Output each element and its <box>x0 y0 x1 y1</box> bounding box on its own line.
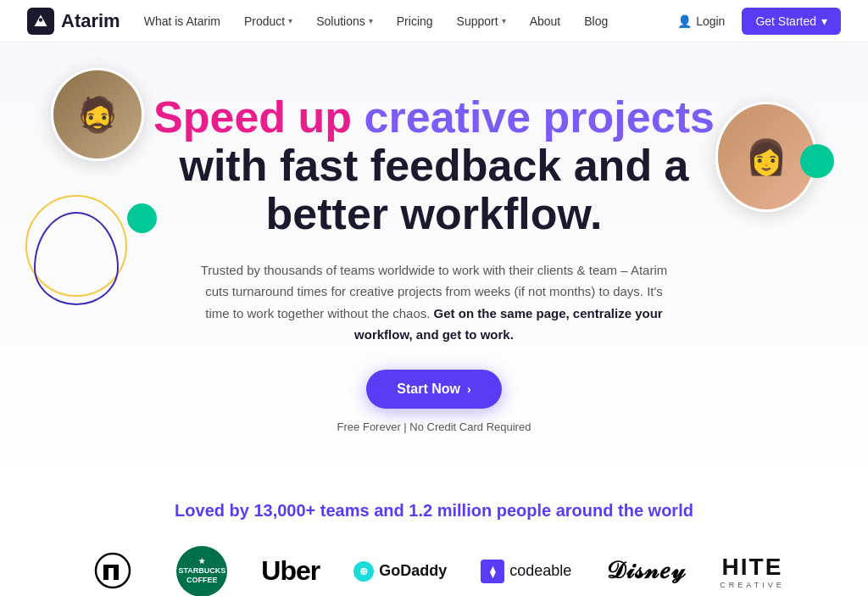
starbucks-badge: ★STARBUCKSCOFFEE <box>176 546 227 596</box>
hero-title-speed: Speed <box>153 92 298 142</box>
logos-row: ★STARBUCKSCOFFEE Uber ⊕ GoDaddy ⧫ codeab… <box>34 546 834 596</box>
logo-playstation <box>83 548 142 594</box>
logos-title: Loved by 13,000+ teams and 1.2 million p… <box>34 501 834 521</box>
nav-item-product[interactable]: Product ▾ <box>244 14 292 28</box>
arrow-icon: › <box>467 382 471 396</box>
codeable-icon: ⧫ <box>481 560 504 583</box>
avatar-right: 👩 <box>715 102 817 212</box>
logo-starbucks: ★STARBUCKSCOFFEE <box>176 546 227 596</box>
circle-decoration <box>25 195 127 297</box>
nav-item-what-is-atarim[interactable]: What is Atarim <box>144 14 220 28</box>
codeable-text: codeable <box>509 562 571 580</box>
nav-right: 👤 Login Get Started ▾ <box>677 8 841 35</box>
hite-sub-text: CREATIVE <box>720 581 784 589</box>
avatar-right-image: 👩 <box>718 104 815 209</box>
nav-item-blog[interactable]: Blog <box>584 14 608 28</box>
godaddy-icon: ⊕ <box>353 561 374 582</box>
blob-decoration <box>34 212 119 305</box>
logo-godaddy: ⊕ GoDaddy <box>353 561 447 582</box>
login-button[interactable]: 👤 Login <box>677 14 725 28</box>
hero-title: Speed up creative projects with fast fee… <box>146 93 722 239</box>
start-now-button[interactable]: Start Now › <box>366 370 501 409</box>
logo-text: Atarim <box>61 10 120 32</box>
hero-title-line2: with fast feedback and a <box>146 142 722 190</box>
hero-title-line1: Speed up creative projects <box>146 93 722 142</box>
hero-title-up: up <box>298 92 364 142</box>
hero-section: 🧔 👩 Speed up creative projects with fast… <box>0 42 868 467</box>
godaddy-text: GoDaddy <box>379 562 447 580</box>
uber-text: Uber <box>261 555 320 587</box>
get-started-button[interactable]: Get Started ▾ <box>742 8 841 35</box>
codeable-container: ⧫ codeable <box>481 560 571 583</box>
logo-hite: HITE CREATIVE <box>720 554 784 589</box>
svg-point-1 <box>39 18 43 22</box>
hero-content: Speed up creative projects with fast fee… <box>146 93 722 433</box>
hero-title-creative: creative <box>364 92 543 142</box>
hero-title-projects: projects <box>543 92 715 142</box>
chevron-down-icon: ▾ <box>821 14 827 28</box>
nav-item-solutions[interactable]: Solutions ▾ <box>316 14 373 28</box>
chevron-down-icon: ▾ <box>502 16 506 25</box>
hite-container: HITE CREATIVE <box>720 554 784 589</box>
green-dot-decoration-right <box>800 144 834 178</box>
logo[interactable]: Atarim <box>27 8 120 35</box>
nav-item-pricing[interactable]: Pricing <box>397 14 433 28</box>
chevron-down-icon: ▾ <box>288 16 292 25</box>
disney-text: 𝒟𝒾𝓈𝓃𝑒𝓎 <box>605 557 686 585</box>
logo-uber: Uber <box>261 555 320 587</box>
nav-item-support[interactable]: Support ▾ <box>457 14 506 28</box>
logo-mark <box>27 8 54 35</box>
navbar: Atarim What is Atarim Product ▾ Solution… <box>0 0 868 42</box>
logo-disney: 𝒟𝒾𝓈𝓃𝑒𝓎 <box>605 557 686 585</box>
hero-title-line3: better workflow. <box>146 190 722 238</box>
hero-subtitle: Trusted by thousands of teams worldwide … <box>197 259 671 346</box>
chevron-down-icon: ▾ <box>369 16 373 25</box>
logos-section: Loved by 13,000+ teams and 1.2 million p… <box>0 467 868 596</box>
godaddy-container: ⊕ GoDaddy <box>353 561 447 582</box>
nav-item-about[interactable]: About <box>530 14 561 28</box>
avatar-left-image: 🧔 <box>53 70 142 159</box>
nav-left: Atarim What is Atarim Product ▾ Solution… <box>27 8 608 35</box>
logo-codeable: ⧫ codeable <box>481 560 571 583</box>
hite-main-text: HITE <box>720 554 784 581</box>
svg-point-2 <box>96 554 130 588</box>
cta-subtext: Free Forever | No Credit Card Required <box>146 421 722 433</box>
avatar-left: 🧔 <box>51 68 144 161</box>
person-icon: 👤 <box>677 14 692 28</box>
